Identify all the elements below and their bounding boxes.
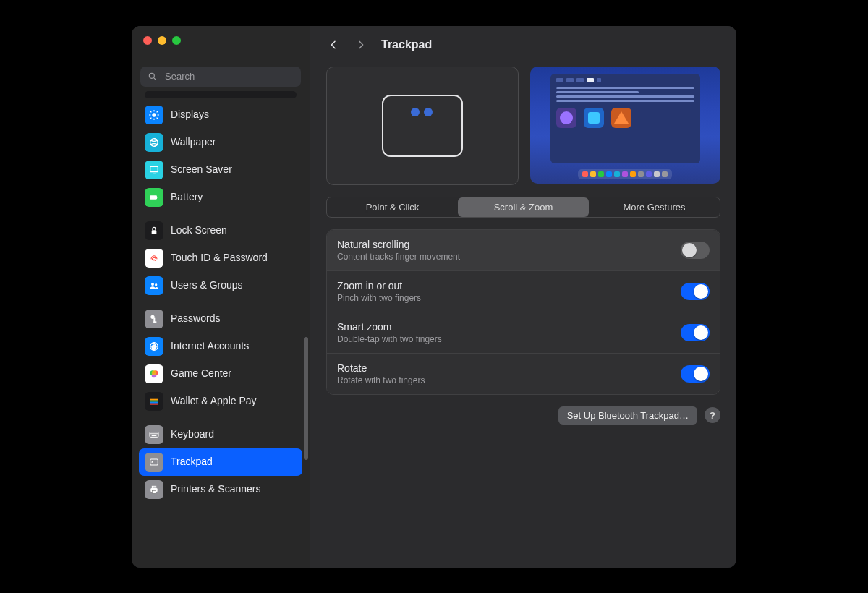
close-window-button[interactable]	[143, 36, 152, 45]
setup-bluetooth-trackpad-button[interactable]: Set Up Bluetooth Trackpad…	[558, 406, 697, 425]
sidebar-item-passwords[interactable]: Passwords	[139, 305, 302, 333]
sidebar: Displays Wallpaper Screen Saver Bat	[132, 26, 310, 568]
help-button[interactable]: ?	[705, 407, 720, 423]
sidebar-item-battery[interactable]: Battery	[139, 184, 302, 211]
svg-rect-38	[152, 435, 157, 435]
tab-more-gestures[interactable]: More Gestures	[589, 197, 720, 217]
svg-line-8	[157, 117, 158, 118]
svg-rect-36	[155, 433, 156, 434]
svg-rect-30	[150, 401, 158, 403]
natural-scrolling-toggle[interactable]	[681, 242, 710, 259]
sidebar-item-internet[interactable]: @ Internet Accounts	[139, 333, 302, 360]
sidebar-item-label: Game Center	[171, 367, 231, 380]
tab-point-click[interactable]: Point & Click	[327, 197, 458, 217]
setting-subtitle: Rotate with two fingers	[337, 375, 425, 385]
zoom-toggle[interactable]	[681, 283, 710, 300]
battery-icon	[145, 188, 163, 207]
sidebar-item-label: Users & Groups	[171, 279, 243, 291]
sidebar-item-wallet[interactable]: Wallet & Apple Pay	[139, 388, 302, 415]
svg-point-0	[149, 73, 154, 78]
preview-dock	[578, 169, 672, 179]
gamecenter-icon	[145, 364, 163, 383]
smart-zoom-toggle[interactable]	[681, 324, 710, 341]
svg-rect-39	[150, 459, 158, 465]
touchid-icon	[145, 249, 163, 268]
svg-rect-15	[158, 196, 158, 198]
sidebar-item-users[interactable]: Users & Groups	[139, 272, 302, 299]
search-input[interactable]	[163, 70, 294, 82]
window-controls	[132, 26, 310, 59]
setting-title: Zoom in or out	[337, 280, 421, 291]
sidebar-item-screensaver[interactable]: Screen Saver	[139, 156, 302, 184]
svg-line-7	[150, 111, 151, 112]
setting-zoom: Zoom in or out Pinch with two fingers	[327, 270, 720, 312]
svg-rect-34	[152, 433, 153, 434]
svg-rect-12	[150, 166, 158, 171]
sidebar-item-label: Screen Saver	[171, 163, 232, 176]
sidebar-item-trackpad[interactable]: Trackpad	[139, 448, 302, 476]
svg-point-2	[152, 113, 156, 116]
svg-line-1	[154, 77, 156, 80]
setting-title: Smart zoom	[337, 321, 442, 333]
sidebar-item-clipped[interactable]	[145, 91, 297, 98]
sidebar-item-displays[interactable]: Displays	[139, 101, 302, 129]
svg-rect-37	[156, 433, 157, 434]
sidebar-item-label: Wallpaper	[171, 136, 216, 148]
svg-rect-21	[153, 321, 156, 323]
content-pane: Trackpad	[310, 26, 736, 568]
sidebar-item-label: Keyboard	[171, 428, 214, 440]
svg-rect-35	[153, 433, 154, 434]
passwords-icon	[145, 310, 163, 328]
displays-icon	[145, 106, 163, 124]
svg-rect-29	[150, 400, 158, 401]
svg-line-10	[157, 111, 158, 112]
preview-row	[326, 67, 720, 185]
sidebar-nav: Displays Wallpaper Screen Saver Bat	[132, 91, 310, 568]
svg-rect-31	[150, 403, 158, 404]
lockscreen-icon	[145, 221, 163, 240]
sidebar-item-keyboard[interactable]: Keyboard	[139, 421, 302, 448]
nav-forward-button[interactable]	[351, 35, 371, 55]
page-title: Trackpad	[381, 38, 432, 51]
sidebar-item-label: Passwords	[171, 312, 220, 325]
preview-window	[550, 74, 701, 163]
svg-point-27	[152, 370, 157, 375]
setting-subtitle: Content tracks finger movement	[337, 252, 460, 262]
nav-back-button[interactable]	[323, 35, 344, 55]
wallpaper-icon	[145, 133, 163, 152]
fullscreen-window-button[interactable]	[172, 36, 181, 45]
svg-point-18	[155, 283, 157, 286]
svg-rect-32	[150, 432, 158, 437]
trackpad-preview	[326, 67, 519, 185]
setting-rotate: Rotate Rotate with two fingers	[327, 353, 720, 394]
sidebar-item-lockscreen[interactable]: Lock Screen	[139, 217, 302, 244]
sidebar-item-label: Touch ID & Password	[171, 252, 268, 264]
internet-icon: @	[145, 337, 163, 356]
sidebar-item-touchid[interactable]: Touch ID & Password	[139, 244, 302, 272]
tab-scroll-zoom[interactable]: Scroll & Zoom	[458, 197, 589, 217]
svg-rect-16	[152, 230, 157, 234]
sidebar-item-wallpaper[interactable]: Wallpaper	[139, 129, 302, 156]
setting-title: Rotate	[337, 362, 425, 374]
sidebar-item-label: Wallet & Apple Pay	[171, 395, 257, 407]
rotate-toggle[interactable]	[681, 365, 710, 383]
sidebar-item-label: Battery	[171, 191, 203, 203]
svg-rect-33	[150, 433, 151, 434]
screensaver-icon	[145, 161, 163, 179]
finger-dot-icon	[424, 108, 433, 116]
sidebar-item-label: Trackpad	[171, 456, 213, 468]
keyboard-icon	[145, 425, 163, 444]
svg-point-17	[151, 283, 154, 286]
search-field[interactable]	[140, 67, 301, 87]
minimize-window-button[interactable]	[158, 36, 166, 45]
sidebar-scrollbar[interactable]	[304, 337, 308, 460]
setting-natural-scrolling: Natural scrolling Content tracks finger …	[327, 230, 720, 270]
wallet-icon	[145, 392, 163, 411]
topbar: Trackpad	[310, 26, 736, 64]
sidebar-item-gamecenter[interactable]: Game Center	[139, 360, 302, 388]
sidebar-item-label: Displays	[171, 108, 209, 121]
square-shape-icon	[584, 108, 604, 128]
footer-row: Set Up Bluetooth Trackpad… ?	[326, 406, 720, 425]
gesture-preview	[530, 67, 721, 184]
sidebar-item-printers[interactable]: Printers & Scanners	[139, 476, 302, 503]
